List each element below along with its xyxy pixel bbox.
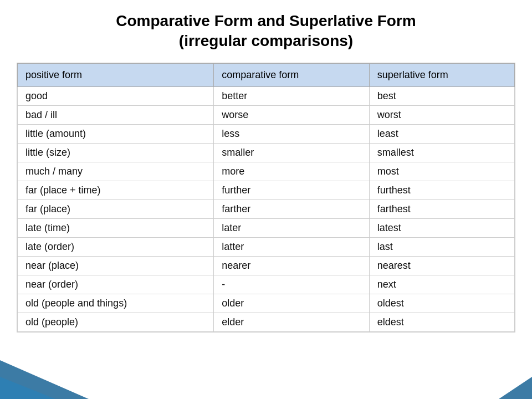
table-cell-1-2: worst bbox=[369, 105, 514, 124]
table-row: little (size)smallersmallest bbox=[18, 143, 515, 162]
table-cell-6-2: farthest bbox=[369, 200, 514, 218]
table-row: bad / illworseworst bbox=[18, 105, 515, 124]
table-cell-9-1: nearer bbox=[214, 256, 370, 275]
table-row: goodbetterbest bbox=[18, 86, 515, 105]
table-cell-8-0: late (order) bbox=[18, 237, 214, 256]
svg-marker-2 bbox=[499, 377, 532, 399]
table-cell-10-0: near (order) bbox=[18, 275, 214, 294]
table-row: far (place)fartherfarthest bbox=[18, 200, 515, 218]
table-cell-6-0: far (place) bbox=[18, 200, 214, 218]
page-title: Comparative Form and Superlative Form (i… bbox=[116, 11, 416, 52]
table-cell-5-0: far (place + time) bbox=[18, 181, 214, 200]
table-cell-1-1: worse bbox=[214, 105, 370, 124]
table-row: old (people and things)olderoldest bbox=[18, 294, 515, 313]
table-header-row: positive form comparative form superlati… bbox=[18, 63, 515, 86]
table-cell-3-1: smaller bbox=[214, 143, 370, 162]
table-row: late (order)latterlast bbox=[18, 237, 515, 256]
table-cell-1-0: bad / ill bbox=[18, 105, 214, 124]
table-cell-6-1: farther bbox=[214, 200, 370, 218]
col-header-positive: positive form bbox=[18, 63, 214, 86]
table-cell-12-0: old (people) bbox=[18, 313, 214, 331]
table-row: near (place)nearernearest bbox=[18, 256, 515, 275]
table-cell-2-1: less bbox=[214, 124, 370, 143]
table-cell-12-1: elder bbox=[214, 313, 370, 331]
table-cell-3-2: smallest bbox=[369, 143, 514, 162]
table-cell-11-0: old (people and things) bbox=[18, 294, 214, 313]
table-cell-4-1: more bbox=[214, 162, 370, 181]
table-cell-4-0: much / many bbox=[18, 162, 214, 181]
table-row: near (order)-next bbox=[18, 275, 515, 294]
decorative-bottom-left bbox=[0, 355, 111, 399]
table-cell-10-2: next bbox=[369, 275, 514, 294]
table-cell-4-2: most bbox=[369, 162, 514, 181]
col-header-comparative: comparative form bbox=[214, 63, 370, 86]
table-cell-8-1: latter bbox=[214, 237, 370, 256]
table-cell-0-1: better bbox=[214, 86, 370, 105]
table-cell-7-2: latest bbox=[369, 218, 514, 237]
table-cell-0-2: best bbox=[369, 86, 514, 105]
table-cell-10-1: - bbox=[214, 275, 370, 294]
comparison-table-wrapper: positive form comparative form superlati… bbox=[17, 63, 515, 332]
table-cell-5-2: furthest bbox=[369, 181, 514, 200]
table-cell-0-0: good bbox=[18, 86, 214, 105]
table-cell-11-2: oldest bbox=[369, 294, 514, 313]
table-cell-3-0: little (size) bbox=[18, 143, 214, 162]
table-row: far (place + time)furtherfurthest bbox=[18, 181, 515, 200]
table-row: little (amount)lessleast bbox=[18, 124, 515, 143]
col-header-superlative: superlative form bbox=[369, 63, 514, 86]
table-cell-9-0: near (place) bbox=[18, 256, 214, 275]
decorative-bottom-right bbox=[499, 366, 532, 399]
table-cell-8-2: last bbox=[369, 237, 514, 256]
table-cell-5-1: further bbox=[214, 181, 370, 200]
table-cell-2-2: least bbox=[369, 124, 514, 143]
table-cell-9-2: nearest bbox=[369, 256, 514, 275]
table-cell-12-2: eldest bbox=[369, 313, 514, 331]
table-row: late (time)laterlatest bbox=[18, 218, 515, 237]
table-row: much / manymoremost bbox=[18, 162, 515, 181]
table-cell-7-0: late (time) bbox=[18, 218, 214, 237]
table-row: old (people)eldereldest bbox=[18, 313, 515, 331]
table-cell-11-1: older bbox=[214, 294, 370, 313]
table-cell-2-0: little (amount) bbox=[18, 124, 214, 143]
page-container: Comparative Form and Superlative Form (i… bbox=[0, 0, 532, 399]
comparison-table: positive form comparative form superlati… bbox=[17, 63, 515, 332]
table-cell-7-1: later bbox=[214, 218, 370, 237]
